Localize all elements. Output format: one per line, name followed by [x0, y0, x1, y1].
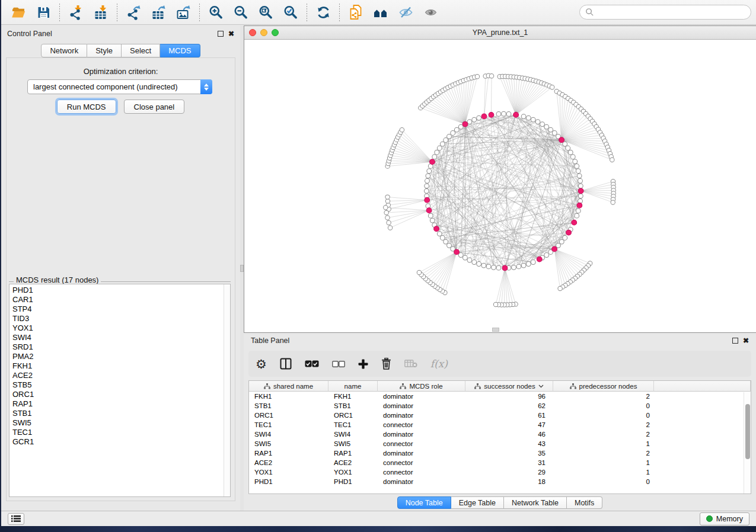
- function-builder-button[interactable]: f(x): [430, 358, 448, 370]
- refresh-icon: [315, 5, 331, 20]
- import-network-icon: [68, 5, 84, 20]
- delete-table-button[interactable]: [404, 360, 417, 368]
- search-box: [579, 5, 751, 20]
- tab-node-table[interactable]: Node Table: [397, 496, 451, 509]
- close-table-panel-icon[interactable]: ✖: [743, 337, 749, 344]
- column-header-predecessor-nodes[interactable]: predecessor nodes: [553, 381, 654, 392]
- mcds-result-item[interactable]: SRD1: [12, 342, 230, 352]
- tab-style[interactable]: Style: [87, 44, 122, 57]
- export-network-button[interactable]: [121, 2, 146, 23]
- export-image-icon: [176, 5, 192, 20]
- mcds-result-item[interactable]: SWI5: [12, 418, 230, 428]
- table-scrollbar[interactable]: [744, 392, 751, 493]
- import-table-button[interactable]: [88, 2, 113, 23]
- tab-motifs[interactable]: Motifs: [567, 496, 602, 509]
- search-input[interactable]: [594, 8, 745, 17]
- criterion-dropdown[interactable]: largest connected component (undirected): [27, 79, 212, 94]
- control-panel-tabbar: Network Style Select MCDS: [1, 44, 240, 57]
- mcds-result-item[interactable]: ORC1: [12, 390, 230, 399]
- table-cell: dominator: [378, 392, 465, 401]
- mcds-result-item[interactable]: PMA2: [12, 352, 230, 361]
- column-header-mcds-role[interactable]: MCDS role: [378, 381, 465, 392]
- table-row[interactable]: SWI4SWI4dominator462: [249, 430, 751, 439]
- mcds-result-item[interactable]: RAP1: [12, 399, 230, 409]
- table-row[interactable]: SWI5SWI5connector431: [249, 439, 751, 448]
- mcds-result-item[interactable]: STB5: [12, 380, 230, 390]
- deselect-all-rows-button[interactable]: [332, 360, 345, 368]
- table-row[interactable]: ORC1ORC1dominator610: [249, 411, 751, 420]
- window-minimize-icon[interactable]: [260, 29, 267, 36]
- mcds-result-item[interactable]: TEC1: [12, 428, 230, 437]
- network-titlebar[interactable]: YPA_prune.txt_1: [244, 26, 756, 40]
- table-row[interactable]: TEC1TEC1connector472: [249, 420, 751, 430]
- refresh-network-button[interactable]: [311, 2, 336, 23]
- tab-edge-table[interactable]: Edge Table: [451, 496, 504, 509]
- mcds-result-item[interactable]: STP4: [12, 305, 230, 314]
- float-panel-icon[interactable]: [218, 31, 224, 37]
- hide-selected-button[interactable]: [393, 2, 418, 23]
- export-table-button[interactable]: [146, 2, 171, 23]
- zoom-out-button[interactable]: [228, 2, 253, 23]
- table-row[interactable]: FKH1FKH1dominator962: [249, 392, 751, 401]
- mcds-result-item[interactable]: PHD1: [12, 286, 230, 295]
- mcds-result-item[interactable]: GCR1: [12, 437, 230, 447]
- export-image-button[interactable]: [171, 2, 196, 23]
- table-row[interactable]: RAP1RAP1dominator352: [249, 448, 751, 458]
- column-header-successor-nodes[interactable]: successor nodes: [465, 381, 553, 392]
- table-scrollbar-thumb[interactable]: [745, 404, 750, 459]
- open-session-button[interactable]: [6, 2, 31, 23]
- table-row[interactable]: ACE2ACE2connector311: [249, 458, 751, 467]
- mcds-result-item[interactable]: FKH1: [12, 361, 230, 371]
- zoom-selected-button[interactable]: [278, 2, 303, 23]
- table-cell: PHD1: [249, 477, 328, 486]
- mcds-result-item[interactable]: YOX1: [12, 323, 230, 333]
- table-cell: 96: [465, 392, 553, 401]
- column-type-icon: [264, 383, 270, 389]
- horizontal-splitter-handle[interactable]: [492, 328, 499, 332]
- task-history-button[interactable]: [8, 513, 24, 525]
- import-network-button[interactable]: [63, 2, 88, 23]
- window-close-icon[interactable]: [249, 29, 256, 36]
- clone-network-button[interactable]: [343, 2, 368, 23]
- table-row[interactable]: PHD1PHD1dominator180: [249, 477, 751, 486]
- mcds-result-item[interactable]: STB1: [12, 409, 230, 418]
- table-cell: dominator: [378, 411, 465, 420]
- memory-button[interactable]: Memory: [700, 512, 749, 525]
- close-panel-button[interactable]: Close panel: [124, 100, 185, 114]
- table-row[interactable]: YOX1YOX1connector291: [249, 467, 751, 477]
- zoom-fit-button[interactable]: [253, 2, 278, 23]
- mcds-result-item[interactable]: SWI4: [12, 333, 230, 342]
- mcds-list-scrollbar[interactable]: [224, 284, 230, 496]
- close-panel-icon[interactable]: ✖: [228, 30, 234, 37]
- mcds-result-item[interactable]: ACE2: [12, 371, 230, 380]
- add-column-button[interactable]: [358, 359, 368, 369]
- delete-column-button[interactable]: [381, 358, 391, 370]
- tab-network-table[interactable]: Network Table: [504, 496, 567, 509]
- tab-network[interactable]: Network: [41, 44, 87, 57]
- optimization-criterion-label: Optimization criterion:: [1, 67, 240, 76]
- mcds-result-item[interactable]: CAR1: [12, 295, 230, 305]
- table-cell: 62: [465, 401, 553, 411]
- table-cell: PHD1: [328, 477, 378, 486]
- window-zoom-icon[interactable]: [272, 29, 279, 36]
- save-session-button[interactable]: [31, 2, 56, 23]
- app-window: Control Panel ✖ Network Style Select MCD…: [1, 0, 756, 526]
- show-all-button[interactable]: [418, 2, 443, 23]
- column-header-name[interactable]: name: [328, 381, 378, 392]
- float-table-panel-icon[interactable]: [732, 338, 738, 344]
- tab-select[interactable]: Select: [122, 44, 160, 57]
- tab-mcds[interactable]: MCDS: [160, 44, 200, 57]
- select-all-rows-button[interactable]: [305, 360, 319, 368]
- first-neighbors-button[interactable]: [368, 2, 393, 23]
- mcds-result-item[interactable]: TID3: [12, 314, 230, 323]
- table-row[interactable]: STB1STB1dominator620: [249, 401, 751, 411]
- zoom-in-button[interactable]: [203, 2, 228, 23]
- table-cell: [654, 392, 751, 401]
- mcds-result-list[interactable]: PHD1CAR1STP4TID3YOX1SWI4SRD1PMA2FKH1ACE2…: [9, 284, 231, 497]
- show-columns-button[interactable]: [280, 358, 292, 370]
- run-mcds-button[interactable]: Run MCDS: [57, 100, 116, 114]
- table-cell: 0: [553, 477, 654, 486]
- column-header-shared-name[interactable]: shared name: [249, 381, 328, 392]
- table-settings-button[interactable]: ⚙: [256, 358, 267, 370]
- network-canvas[interactable]: [244, 40, 756, 332]
